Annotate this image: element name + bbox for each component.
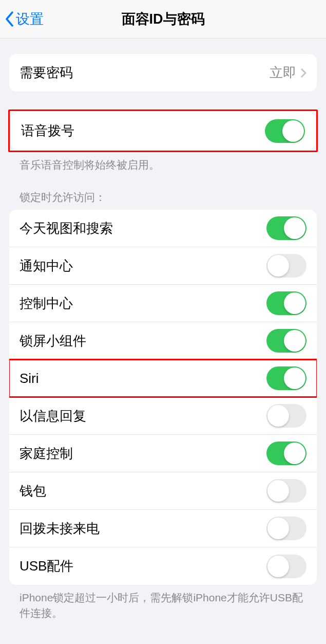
lock-access-toggle[interactable] bbox=[266, 441, 306, 465]
lock-access-label: 钱包 bbox=[20, 482, 266, 500]
lock-access-group: 今天视图和搜索通知中心控制中心锁屏小组件Siri以信息回复家庭控制钱包回拨未接来… bbox=[9, 210, 317, 585]
toggle-knob bbox=[284, 367, 305, 389]
lock-access-cell: 今天视图和搜索 bbox=[9, 210, 317, 247]
require-passcode-group: 需要密码 立即 bbox=[9, 54, 317, 91]
lock-access-toggle[interactable] bbox=[266, 329, 306, 353]
lock-access-toggle[interactable] bbox=[266, 479, 306, 503]
highlight-voice-dial: 语音拨号 bbox=[8, 109, 318, 152]
toggle-knob bbox=[284, 292, 305, 314]
lock-access-toggle[interactable] bbox=[266, 404, 306, 428]
lock-access-toggle[interactable] bbox=[266, 291, 306, 315]
lock-access-cell: 家庭控制 bbox=[9, 435, 317, 472]
lock-access-toggle[interactable] bbox=[266, 517, 306, 540]
lock-access-label: USB配件 bbox=[20, 557, 266, 575]
lock-access-label: 家庭控制 bbox=[20, 445, 266, 463]
voice-dial-toggle[interactable] bbox=[265, 119, 305, 143]
voice-dial-footer: 音乐语音控制将始终被启用。 bbox=[9, 152, 317, 172]
lock-access-label: 今天视图和搜索 bbox=[20, 219, 266, 237]
require-passcode-cell[interactable]: 需要密码 立即 bbox=[9, 54, 317, 91]
toggle-knob bbox=[284, 330, 305, 352]
lock-access-label: 回拨未接来电 bbox=[20, 520, 266, 538]
lock-access-label: Siri bbox=[20, 371, 266, 387]
header-bar: 设置 面容ID与密码 bbox=[0, 0, 326, 39]
lock-access-label: 锁屏小组件 bbox=[20, 332, 266, 350]
voice-dial-cell: 语音拨号 bbox=[11, 112, 315, 150]
require-passcode-label: 需要密码 bbox=[20, 64, 270, 82]
toggle-knob bbox=[267, 255, 289, 277]
require-passcode-value: 立即 bbox=[270, 64, 296, 82]
voice-dial-label: 语音拨号 bbox=[21, 122, 265, 140]
lock-access-footer: iPhone锁定超过一小时后，需先解锁iPhone才能允许USB配件连接。 bbox=[9, 585, 317, 620]
lock-access-cell: 锁屏小组件 bbox=[9, 322, 317, 360]
toggle-knob bbox=[267, 405, 289, 427]
chevron-right-icon bbox=[300, 68, 306, 78]
lock-access-toggle[interactable] bbox=[266, 555, 306, 578]
lock-access-header: 锁定时允许访问： bbox=[9, 190, 317, 210]
lock-access-toggle[interactable] bbox=[266, 216, 306, 240]
voice-dial-group: 语音拨号 bbox=[11, 112, 315, 150]
toggle-knob bbox=[267, 480, 289, 502]
lock-access-cell: 回拨未接来电 bbox=[9, 510, 317, 547]
toggle-knob bbox=[267, 556, 289, 577]
page-title: 面容ID与密码 bbox=[122, 10, 205, 28]
toggle-knob bbox=[284, 443, 305, 464]
lock-access-toggle[interactable] bbox=[266, 254, 306, 278]
lock-access-label: 以信息回复 bbox=[20, 407, 266, 425]
lock-access-toggle[interactable] bbox=[266, 366, 306, 390]
lock-access-cell: 以信息回复 bbox=[9, 397, 317, 435]
lock-access-cell: 钱包 bbox=[9, 472, 317, 510]
back-label: 设置 bbox=[16, 10, 44, 28]
lock-access-cell: 控制中心 bbox=[9, 285, 317, 322]
lock-access-cell: Siri bbox=[9, 360, 317, 397]
lock-access-cell: 通知中心 bbox=[9, 247, 317, 285]
toggle-knob bbox=[282, 120, 304, 142]
lock-access-cell: USB配件 bbox=[9, 547, 317, 585]
lock-access-label: 通知中心 bbox=[20, 257, 266, 275]
toggle-knob bbox=[267, 518, 289, 539]
lock-access-label: 控制中心 bbox=[20, 295, 266, 312]
back-button[interactable]: 设置 bbox=[5, 10, 44, 28]
toggle-knob bbox=[284, 217, 305, 239]
chevron-left-icon bbox=[5, 11, 14, 27]
